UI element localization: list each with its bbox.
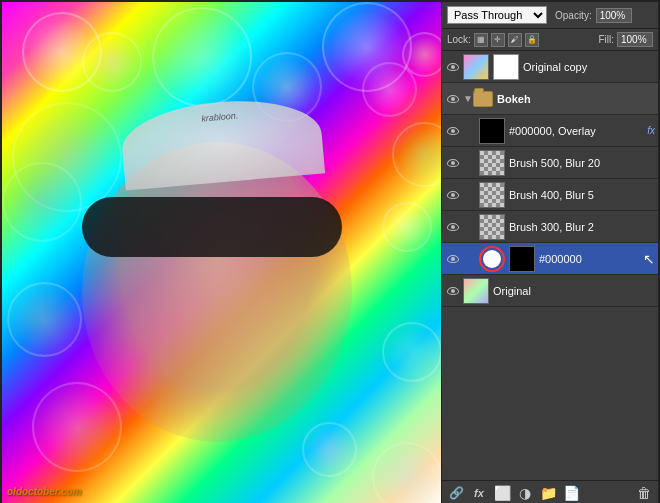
visibility-icon-bokeh[interactable] <box>445 91 461 107</box>
lock-brush-icon[interactable]: 🖌 <box>508 33 522 47</box>
adjustment-icon[interactable]: ◑ <box>516 484 534 502</box>
layer-brush500[interactable]: Brush 500, Blur 20 <box>442 147 658 179</box>
group-folder-icon <box>473 91 493 107</box>
layer-original-copy[interactable]: Original copy <box>442 51 658 83</box>
visibility-icon-brush300[interactable] <box>445 219 461 235</box>
layer-thumbnail-original-copy <box>463 54 489 80</box>
layer-thumbnail-brush400 <box>479 182 505 208</box>
visibility-icon-original[interactable] <box>445 283 461 299</box>
fill-label: Fill: <box>598 34 614 45</box>
blend-mode-bar: Pass Through Opacity: <box>442 2 658 29</box>
circle-indicator <box>479 246 505 272</box>
layer-thumbnail-overlay <box>479 118 505 144</box>
layer-thumbnail-original <box>463 278 489 304</box>
layer-name-original: Original <box>493 285 655 297</box>
layer-name-brush500: Brush 500, Blur 20 <box>509 157 655 169</box>
visibility-icon-brush500[interactable] <box>445 155 461 171</box>
layer-name-brush400: Brush 400, Blur 5 <box>509 189 655 201</box>
fx-badge-overlay: fx <box>647 125 655 136</box>
eye-symbol-black <box>447 255 459 263</box>
layer-mask-original-copy <box>493 54 519 80</box>
layers-panel: Pass Through Opacity: Lock: ▦ ✛ 🖌 🔒 Fill… <box>441 2 658 503</box>
canvas-area: krabloon. oldoctober.com <box>2 2 445 503</box>
watermark: oldoctober.com <box>7 486 81 497</box>
delete-icon[interactable]: 🗑 <box>635 484 653 502</box>
lock-move-icon[interactable]: ✛ <box>491 33 505 47</box>
visibility-icon-brush400[interactable] <box>445 187 461 203</box>
link-icon[interactable]: 🔗 <box>447 484 465 502</box>
face-area <box>82 142 352 442</box>
group-arrow-bokeh[interactable]: ▼ <box>463 93 473 104</box>
layer-name-brush300: Brush 300, Blur 2 <box>509 221 655 233</box>
opacity-label: Opacity: <box>555 10 592 21</box>
eye-symbol-brush500 <box>447 159 459 167</box>
canvas-image: krabloon. <box>2 2 445 503</box>
folder-icon[interactable]: 📁 <box>539 484 557 502</box>
layer-name-original-copy: Original copy <box>523 61 655 73</box>
visibility-icon-overlay[interactable] <box>445 123 461 139</box>
sunglasses <box>82 197 342 257</box>
layer-name-bokeh: Bokeh <box>497 93 655 105</box>
visibility-icon-black[interactable] <box>445 251 461 267</box>
layer-thumbnail-black <box>509 246 535 272</box>
eye-symbol-bokeh <box>447 95 459 103</box>
lock-label: Lock: <box>447 34 471 45</box>
layer-thumbnail-brush300 <box>479 214 505 240</box>
new-layer-icon[interactable]: 📄 <box>562 484 580 502</box>
eye-symbol-overlay <box>447 127 459 135</box>
lock-bar: Lock: ▦ ✛ 🖌 🔒 Fill: <box>442 29 658 51</box>
layer-brush300[interactable]: Brush 300, Blur 2 <box>442 211 658 243</box>
layers-list[interactable]: Original copy ▼ Bokeh #0000 <box>442 51 658 480</box>
layer-name-black: #000000 <box>539 253 639 265</box>
fx-icon[interactable]: fx <box>470 484 488 502</box>
fill-input[interactable] <box>617 32 653 47</box>
lock-checkerboard-icon[interactable]: ▦ <box>474 33 488 47</box>
layer-bokeh-group[interactable]: ▼ Bokeh <box>442 83 658 115</box>
layer-black[interactable]: #000000 ↖ <box>442 243 658 275</box>
blend-mode-select[interactable]: Pass Through <box>447 6 547 24</box>
eye-symbol <box>447 63 459 71</box>
eye-symbol-original <box>447 287 459 295</box>
lock-all-icon[interactable]: 🔒 <box>525 33 539 47</box>
opacity-input[interactable] <box>596 8 632 23</box>
layer-name-overlay: #000000, Overlay <box>509 125 647 137</box>
eye-symbol-brush300 <box>447 223 459 231</box>
main-container: krabloon. oldoctober.com Pass Through Op… <box>0 0 660 503</box>
eye-symbol-brush400 <box>447 191 459 199</box>
mask-icon[interactable]: ⬜ <box>493 484 511 502</box>
white-circle <box>483 250 501 268</box>
cursor-arrow-icon: ↖ <box>643 251 655 267</box>
layer-brush400[interactable]: Brush 400, Blur 5 <box>442 179 658 211</box>
layer-thumbnail-brush500 <box>479 150 505 176</box>
layer-overlay[interactable]: #000000, Overlay fx <box>442 115 658 147</box>
layer-original[interactable]: Original <box>442 275 658 307</box>
visibility-icon[interactable] <box>445 59 461 75</box>
layers-bottom-toolbar: 🔗 fx ⬜ ◑ 📁 📄 🗑 <box>442 480 658 503</box>
